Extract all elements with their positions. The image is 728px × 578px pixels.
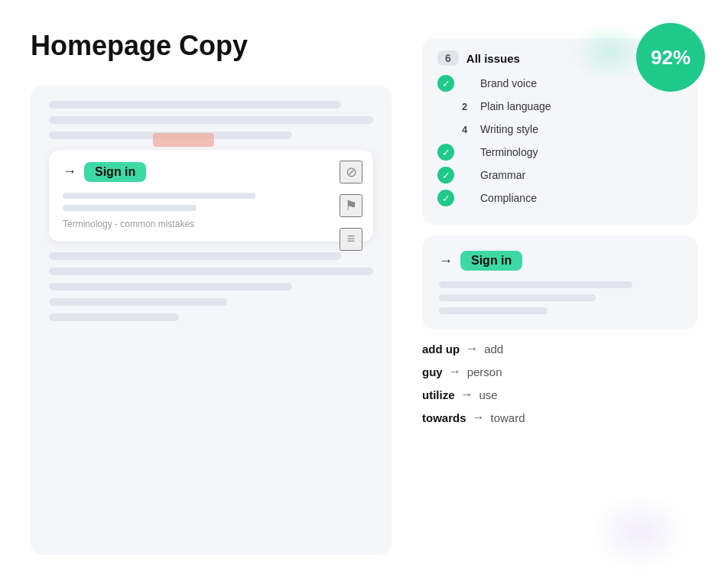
preview-line [439, 294, 596, 301]
doc-line [49, 252, 341, 260]
doc-line [49, 101, 341, 109]
issue-row-terminology[interactable]: ✓ Terminology [437, 144, 682, 161]
terminology-section: add up → add guy → person utilize → use … [422, 342, 697, 424]
flag-icon: ⚑ [345, 197, 357, 214]
pink-highlight-bar [153, 133, 214, 147]
card-line [63, 205, 197, 211]
term-new: add [484, 343, 503, 356]
right-sign-in-row: → Sign in [439, 251, 681, 271]
term-old: utilize [422, 388, 455, 401]
term-arrow-icon: → [449, 365, 461, 378]
right-panel: 92% 6 All issues ✓ Brand voice 2 Plain l… [422, 31, 697, 555]
issue-label: Terminology [480, 146, 538, 158]
term-new: use [479, 388, 498, 401]
page-title: Homepage Copy [31, 31, 392, 61]
main-container: Homepage Copy → Sign in Terminology - co… [0, 0, 728, 578]
term-row-add-up: add up → add [422, 342, 697, 356]
doc-line [49, 313, 179, 321]
document-preview: → Sign in Terminology - common mistakes … [31, 86, 392, 555]
right-sign-in-badge: Sign in [460, 251, 522, 271]
doc-line [49, 283, 292, 291]
term-new: toward [491, 411, 525, 424]
sign-in-row: → Sign in [63, 162, 359, 182]
arrow-right-icon: → [63, 164, 76, 180]
issue-count: 2 [462, 101, 473, 112]
menu-button[interactable]: ≡ [340, 228, 362, 251]
issue-label: Plain language [480, 100, 551, 112]
check-icon: ✓ [437, 144, 454, 161]
term-row-towards: towards → toward [422, 411, 697, 424]
term-old: towards [422, 411, 466, 424]
issue-count: 4 [462, 124, 473, 135]
preview-line [439, 307, 548, 314]
issue-row-plain-language[interactable]: 2 Plain language [437, 98, 682, 115]
ban-icon: ⊘ [346, 164, 357, 180]
no-icon [437, 98, 454, 115]
right-preview-lines [439, 281, 681, 314]
score-badge: 92% [636, 23, 705, 92]
issue-row-writing-style[interactable]: 4 Writing style [437, 121, 682, 138]
ban-button[interactable]: ⊘ [340, 161, 362, 183]
arrow-right-icon: → [439, 253, 453, 269]
issue-label: Writing style [480, 123, 538, 135]
action-icons-group: ⊘ ⚑ ≡ [340, 161, 362, 251]
sign-in-badge: Sign in [84, 162, 146, 182]
highlighted-card: → Sign in Terminology - common mistakes … [49, 150, 373, 242]
left-panel: Homepage Copy → Sign in Terminology - co… [31, 31, 392, 555]
preview-line [439, 281, 632, 288]
term-new: person [467, 365, 502, 378]
card-line [63, 193, 255, 199]
term-row-guy: guy → person [422, 365, 697, 378]
doc-line [49, 298, 227, 306]
issues-header-label: All issues [466, 52, 520, 65]
doc-line [49, 268, 373, 275]
no-icon [437, 121, 454, 138]
right-preview-box: → Sign in [422, 235, 697, 330]
term-arrow-icon: → [461, 388, 473, 401]
check-icon: ✓ [437, 190, 454, 206]
term-row-utilize: utilize → use [422, 388, 697, 401]
purple-blob-decoration [590, 494, 690, 570]
issue-label: Compliance [480, 192, 537, 204]
issue-row-grammar[interactable]: ✓ Grammar [437, 167, 682, 183]
issue-row-compliance[interactable]: ✓ Compliance [437, 190, 682, 206]
check-icon: ✓ [437, 75, 454, 92]
term-old: guy [422, 365, 443, 378]
menu-icon: ≡ [347, 231, 356, 247]
issue-label: Grammar [480, 169, 525, 181]
check-icon: ✓ [437, 167, 454, 183]
flag-button[interactable]: ⚑ [340, 194, 362, 217]
issues-count-badge: 6 [437, 50, 459, 66]
issue-label: Brand voice [480, 77, 537, 89]
term-old: add up [422, 343, 460, 356]
doc-line [49, 116, 373, 124]
term-arrow-icon: → [473, 411, 485, 424]
term-arrow-icon: → [466, 342, 478, 356]
terminology-tooltip: Terminology - common mistakes [63, 219, 359, 229]
